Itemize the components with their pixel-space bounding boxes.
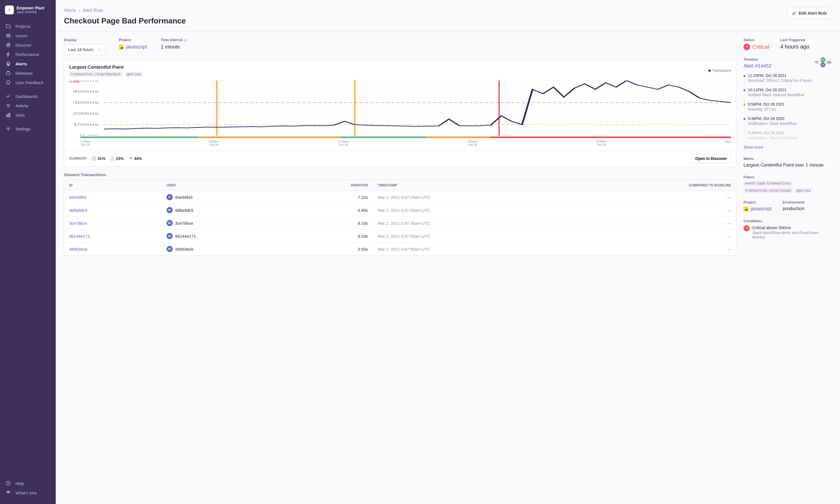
status-band xyxy=(80,137,731,138)
slowest-title: Slowest Transactions xyxy=(64,172,736,177)
nav-activity[interactable]: Activity xyxy=(0,101,56,110)
project-link[interactable]: javascript xyxy=(126,44,147,50)
show-more-link[interactable]: Show more xyxy=(744,145,763,149)
tl-time: 11:25PM, Oct 28 2021 xyxy=(748,73,832,78)
chart-tags: transaction:/org/checkoutgeo:usa xyxy=(69,72,142,77)
svg-text:100ms: 100ms xyxy=(73,122,99,126)
filter-tag: geo:usa xyxy=(795,188,812,193)
nav-settings[interactable]: Settings xyxy=(0,124,56,133)
th-user[interactable]: USER xyxy=(162,180,287,191)
eye-icon[interactable] xyxy=(814,60,819,65)
chart-card: Largest Contentful Paint transaction:/or… xyxy=(64,60,736,167)
nav-discover[interactable]: Discover xyxy=(0,40,56,50)
last-triggered-label: Last Triggered xyxy=(780,38,809,42)
breadcrumb-current: Alert Rule xyxy=(83,8,103,13)
project-label: Project xyxy=(119,38,147,42)
tx-id-link[interactable]: 84e58f43 xyxy=(69,195,87,200)
project-link-r[interactable]: javascript xyxy=(751,206,772,212)
extra-badge[interactable]: +3 xyxy=(826,61,832,64)
nav-alerts[interactable]: Alerts xyxy=(0,59,56,68)
chart-svg: 0 ms100ms200ms300ms400ms500ms xyxy=(69,80,731,136)
tx-id-link[interactable]: d40b3ecb xyxy=(69,247,87,251)
table-row[interactable]: dd9a9dc5 Wdd9a9dc5 6.45s Mar 2, 2021 5:4… xyxy=(64,204,736,217)
org-logo xyxy=(5,5,14,14)
table-row[interactable]: 86144e171 W86144e171 6.03s Mar 2, 2021 5… xyxy=(64,230,736,242)
tl-desc: Notification: Slack #workflow xyxy=(748,121,832,126)
timeline-item[interactable]: 11:25PM, Oct 28 2021 Resolved: 250ms | C… xyxy=(748,73,832,83)
nav-whatsnew[interactable]: What's new xyxy=(0,488,56,498)
baseline-cell: — xyxy=(571,217,736,230)
nav-issues[interactable]: Issues xyxy=(0,31,56,40)
table-row[interactable]: d40b3ecb Wd40b3ecb 3.55s Mar 2, 2021 5:4… xyxy=(64,242,736,255)
releases-icon xyxy=(5,70,11,76)
edit-alert-button[interactable]: Edit Alert Rule xyxy=(787,8,832,18)
nav-projects[interactable]: Projects xyxy=(0,21,56,31)
nav-releases[interactable]: Releases xyxy=(0,68,56,78)
timestamp-cell: Mar 2, 2021 5:47:35am UTC xyxy=(373,217,571,230)
user-badge[interactable]: D xyxy=(820,62,825,67)
nav-feedback[interactable]: User Feedback xyxy=(0,78,56,87)
feedback-icon xyxy=(5,80,11,85)
env-label: Environment xyxy=(783,200,804,204)
open-discover-button[interactable]: Open in Discover xyxy=(691,154,731,163)
chart-title: Largest Contentful Paint xyxy=(69,65,142,70)
metric-value: Largest Contentful Paint over 1 minute xyxy=(744,162,832,168)
th-duration[interactable]: DURATION xyxy=(287,180,373,191)
summary-ok: 51% xyxy=(92,156,105,161)
svg-rect-6 xyxy=(8,114,8,117)
user-id: d40b3ecb xyxy=(175,247,194,251)
org-header[interactable]: Empower Plant Jane Schmidt xyxy=(0,4,56,19)
status-value: Critical xyxy=(744,43,769,50)
tl-desc: Notified Slack channel #workflow xyxy=(748,93,832,97)
js-icon: JS xyxy=(119,45,124,50)
tx-id-link[interactable]: 3ce76bce xyxy=(69,221,87,226)
svg-point-29 xyxy=(92,157,96,160)
alert-id-link[interactable]: Alert #14452 xyxy=(744,63,772,69)
svg-point-9 xyxy=(6,481,11,486)
fire-icon xyxy=(744,43,750,50)
x-tick: 11:00amOct 28 xyxy=(338,140,350,146)
nav-help[interactable]: Help xyxy=(0,479,56,488)
tl-time: 9:58PM, Oct 28 2021 xyxy=(748,102,832,106)
chart-legend: Transactions xyxy=(709,65,731,77)
tx-id-link[interactable]: 86144e171 xyxy=(69,234,90,238)
th-id[interactable]: ID xyxy=(64,180,162,191)
condition-title: Critical above 300ms xyxy=(752,225,832,230)
svg-point-10 xyxy=(8,492,8,493)
display-label: Display xyxy=(64,38,105,42)
user-badge[interactable]: SC xyxy=(820,57,825,62)
timeline-item[interactable]: 9:58PM, Oct 28 2021 Warning: 377ms xyxy=(748,102,832,111)
display-select[interactable]: Last 24 hours xyxy=(64,44,105,55)
baseline-cell: — xyxy=(571,204,736,217)
timestamp-cell: Mar 2, 2021 5:47:35am UTC xyxy=(373,242,571,255)
svg-text:300ms: 300ms xyxy=(73,101,99,104)
chevron-down-icon xyxy=(97,48,101,51)
svg-point-30 xyxy=(816,61,817,62)
slowest-table: ID USER DURATION TIMESTAMP COMPARED TO B… xyxy=(64,180,736,256)
nav-performance[interactable]: Performance xyxy=(0,50,56,59)
timeline-item[interactable]: 9:36PM, Oct 28 2020 Notification: Slack … xyxy=(748,116,832,126)
stack-icon xyxy=(5,33,11,38)
baseline-cell: — xyxy=(571,230,736,242)
table-row[interactable]: 84e58f43 R84e58f43 7.22s Mar 2, 2021 5:4… xyxy=(64,191,736,204)
chart-annotation: #14452 xyxy=(69,80,79,83)
nav-stats[interactable]: Stats xyxy=(0,110,56,120)
duration-cell: 6.10s xyxy=(287,217,373,230)
th-timestamp[interactable]: TIMESTAMP xyxy=(373,180,571,191)
duration-cell: 6.45s xyxy=(287,204,373,217)
chart-tag: transaction:/org/checkout xyxy=(69,72,122,77)
timeline-label: Timeline xyxy=(744,57,772,61)
timeline-item[interactable]: 10:11PM, Oct 28 2021 Notified Slack chan… xyxy=(748,88,832,97)
th-baseline[interactable]: COMPARED TO BASELINE xyxy=(571,180,736,191)
help-icon xyxy=(5,481,11,486)
js-icon: JS xyxy=(744,206,748,212)
env-value: production xyxy=(783,206,804,212)
fire-icon xyxy=(128,156,133,161)
tx-id-link[interactable]: dd9a9dc5 xyxy=(69,208,87,213)
baseline-cell: — xyxy=(571,242,736,255)
breadcrumb-root[interactable]: Alerts xyxy=(64,8,76,13)
table-row[interactable]: 3ce76bce W3ce76bce 6.10s Mar 2, 2021 5:4… xyxy=(64,217,736,230)
nav-dashboards[interactable]: Dashboards xyxy=(0,92,56,101)
svg-rect-0 xyxy=(6,34,10,35)
duration-cell: 3.55s xyxy=(287,242,373,255)
